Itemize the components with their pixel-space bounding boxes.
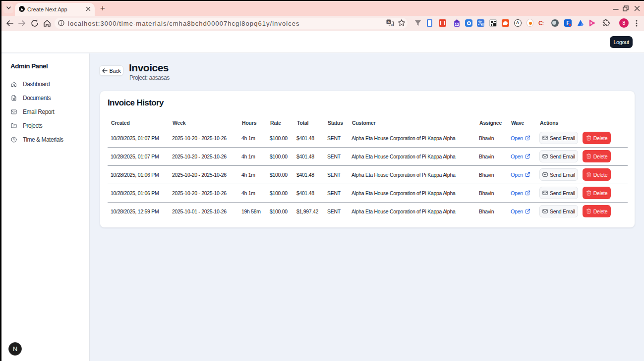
svg-text:12: 12 — [455, 22, 459, 27]
svg-text:a: a — [391, 23, 393, 26]
svg-text:A: A — [387, 20, 390, 24]
